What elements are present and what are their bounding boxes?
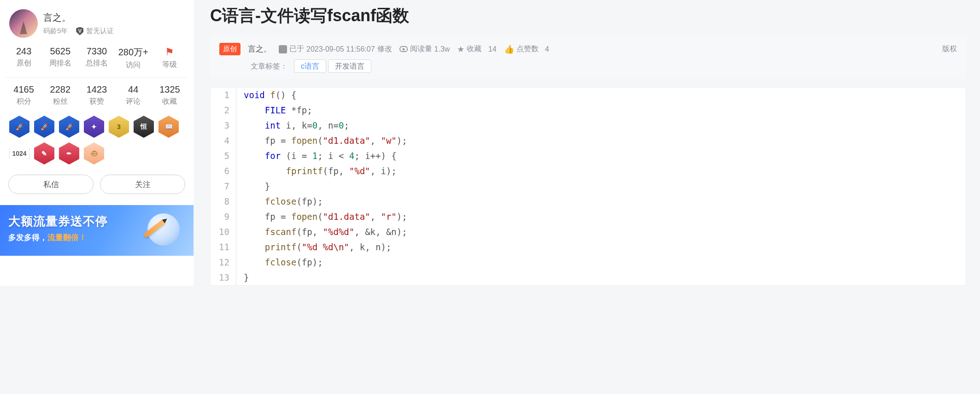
tags-label: 文章标签： [251,62,288,71]
code-line: 7 } [211,179,966,194]
stat-label: 等级 [152,60,188,70]
badge-icon[interactable]: 📖 [158,116,179,138]
view-count: 阅读量1.3w [399,44,450,54]
code-line: 10 fscanf(fp, "%d%d", &k, &n); [211,224,966,240]
stat-value: ⚑ [152,46,188,58]
badge-icon[interactable]: 恒 [134,116,154,138]
line-number: 10 [211,224,236,240]
stat-item[interactable]: 4165积分 [6,84,42,106]
code-line: 5 for (i = 1; i < 4; i++) { [211,148,966,164]
stat-value: 1423 [78,84,115,95]
shield-icon [76,27,83,35]
stat-value: 5625 [42,46,78,57]
like-count[interactable]: 👍 点赞数 4 [504,44,549,54]
line-number: 12 [211,255,236,270]
stat-item[interactable]: 1325收藏 [152,84,188,106]
stat-value: 1325 [152,84,188,95]
line-number: 13 [211,270,236,285]
code-line: 8 fclose(fp); [211,194,966,209]
meta-author[interactable]: 言之。 [248,44,271,54]
badge-icon[interactable]: ✎ [34,142,54,165]
line-number: 5 [211,148,236,164]
article-tag[interactable]: c语言 [294,59,326,73]
stats-row-2: 4165积分2282粉丝1423获赞44评论1325收藏 [6,84,188,111]
code-source: printf("%d %d\n", k, n); [236,240,391,255]
coding-age: 码龄5年 [43,27,68,35]
stat-label: 访问 [115,60,152,70]
code-source: } [236,179,270,194]
line-number: 8 [211,194,236,209]
badge-icon[interactable]: ✒ [59,142,79,165]
level-icon: ⚑ [165,46,174,58]
stat-value: 7330 [78,46,115,57]
article-main: C语言-文件读写fscanf函数 原创 言之。 已于 2023-09-05 11… [194,0,980,286]
stat-item[interactable]: ⚑等级 [152,46,188,70]
stat-value: 280万+ [115,46,152,59]
stat-item[interactable]: 243原创 [6,46,42,70]
code-line: 2 FILE *fp; [211,103,966,118]
line-number: 4 [211,133,236,148]
stat-item[interactable]: 7330总排名 [78,46,115,70]
stat-value: 243 [6,46,42,57]
promo-banner[interactable]: 大额流量券送不停 多发多得，流量翻倍！ [0,205,194,256]
star-icon: ★ [457,44,464,54]
code-source: for (i = 1; i < 4; i++) { [236,148,397,164]
badge-list: 🚀 🚀 🚀 ✦ 3 恒 📖 1024 ✎ ✒ 🐵 [6,114,188,173]
stat-item[interactable]: 280万+访问 [115,46,152,70]
stat-item[interactable]: 5625周排名 [42,46,78,70]
stat-label: 原创 [6,59,42,68]
badge-icon[interactable]: 1024 [9,142,29,165]
stat-label: 收藏 [152,97,188,106]
code-line: 12 fclose(fp); [211,255,966,270]
code-source: fp = fopen("d1.data", "w"); [236,133,407,148]
follow-button[interactable]: 关注 [100,175,185,194]
article-tag[interactable]: 开发语言 [328,59,371,73]
stat-label: 周排名 [42,59,78,68]
code-source: void f() { [236,88,296,103]
code-line: 4 fp = fopen("d1.data", "w"); [211,133,966,148]
line-number: 2 [211,103,236,118]
line-number: 9 [211,209,236,224]
stat-label: 获赞 [78,97,115,106]
stat-value: 4165 [6,84,42,95]
code-line: 9 fp = fopen("d1.data", "r"); [211,209,966,224]
code-source: fclose(fp); [236,255,323,270]
article-title: C语言-文件读写fscanf函数 [210,0,980,36]
stat-label: 粉丝 [42,97,78,106]
stat-value: 2282 [42,84,78,95]
eye-icon [399,46,408,52]
message-button[interactable]: 私信 [8,175,94,194]
profile-header: 言之。 码龄5年 暂无认证 [6,9,188,38]
edit-icon [279,45,287,53]
badge-icon[interactable]: 🚀 [9,116,29,138]
publish-time: 已于 2023-09-05 11:56:07 修改 [279,44,392,54]
line-number: 3 [211,118,236,133]
code-block[interactable]: 1void f() {2 FILE *fp;3 int i, k=0, n=0;… [210,87,966,286]
line-number: 6 [211,164,236,179]
stat-label: 积分 [6,97,42,106]
stat-item[interactable]: 44评论 [115,84,152,106]
code-source: FILE *fp; [236,103,312,118]
stat-item[interactable]: 2282粉丝 [42,84,78,106]
stat-label: 评论 [115,97,152,106]
code-source: fscanf(fp, "%d%d", &k, &n); [236,224,407,240]
badge-icon[interactable]: 🐵 [84,142,104,165]
stat-item[interactable]: 1423获赞 [78,84,115,106]
favorite-count[interactable]: ★ 收藏 14 [457,44,496,54]
stat-value: 44 [115,84,152,95]
code-source: fprintf(fp, "%d", i); [236,164,397,179]
badge-icon[interactable]: 3 [109,116,129,138]
code-line: 11 printf("%d %d\n", k, n); [211,240,966,255]
author-name[interactable]: 言之。 [43,12,114,24]
badge-icon[interactable]: 🚀 [59,116,79,138]
original-badge: 原创 [219,43,241,55]
avatar[interactable] [9,9,38,38]
badge-icon[interactable]: 🚀 [34,116,54,138]
badge-icon[interactable]: ✦ [84,116,104,138]
article-meta: 原创 言之。 已于 2023-09-05 11:56:07 修改 阅读量1.3w… [210,36,966,79]
cert-status: 暂无认证 [86,27,114,35]
code-line: 6 fprintf(fp, "%d", i); [211,164,966,179]
code-source: } [236,270,249,285]
code-line: 13} [211,270,966,285]
copyright-link[interactable]: 版权 [942,44,957,54]
